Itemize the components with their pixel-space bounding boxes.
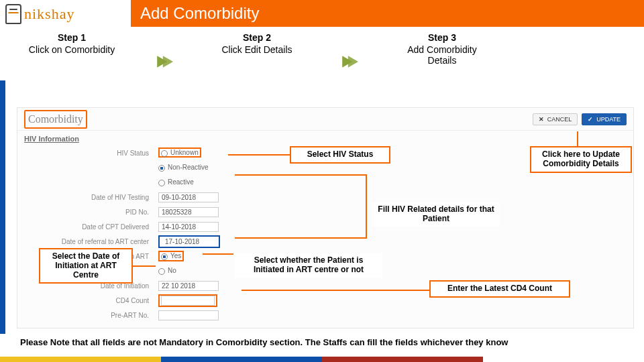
radio-no[interactable] bbox=[158, 268, 165, 275]
callout-date-init: Select the Date of Initiation at ART Cen… bbox=[39, 248, 133, 284]
label-art-ref: Date of referral to ART center bbox=[24, 238, 158, 245]
step-2-desc: Click Edit Details bbox=[207, 44, 307, 55]
label-pid: PID No. bbox=[24, 208, 158, 216]
callout-cd4: Enter the Latest CD4 Count bbox=[429, 280, 570, 298]
connector bbox=[241, 290, 429, 291]
input-cd4[interactable] bbox=[161, 296, 215, 306]
art-ref-highlight bbox=[158, 235, 220, 248]
opt-no: No bbox=[168, 267, 176, 274]
accent-sidebar bbox=[0, 80, 5, 334]
tab-comorbidity[interactable]: Comorbidity bbox=[24, 110, 87, 129]
svg-marker-1 bbox=[163, 56, 173, 67]
row-pid: PID No. bbox=[24, 204, 627, 219]
update-button[interactable]: UPDATE bbox=[582, 113, 627, 125]
header: nikshay Add Comorbidity bbox=[0, 0, 644, 27]
arrow-icon bbox=[341, 53, 358, 70]
app-logo: nikshay bbox=[5, 3, 123, 25]
step-3-title: Step 3 bbox=[392, 32, 492, 43]
connector bbox=[133, 265, 156, 267]
input-date-init[interactable] bbox=[158, 281, 219, 291]
label-date-hiv: Date of HIV Testing bbox=[24, 194, 158, 201]
phone-icon bbox=[5, 4, 21, 24]
connector bbox=[366, 174, 367, 239]
input-pid[interactable] bbox=[158, 207, 219, 217]
cd4-highlight bbox=[158, 294, 217, 307]
callout-hiv-status: Select HIV Status bbox=[290, 146, 390, 164]
title-bar: Add Comorbidity bbox=[131, 0, 644, 27]
opt-reactive: Reactive bbox=[168, 178, 194, 186]
step-3-desc: Add Comorbidity Details bbox=[392, 44, 492, 66]
action-buttons: CANCEL UPDATE bbox=[533, 113, 627, 125]
step-1: Step 1 Click on Comorbidity bbox=[21, 32, 122, 78]
label-hiv-status: HIV Status bbox=[24, 149, 158, 157]
callout-initiated: Select whether the Patient is Initiated … bbox=[235, 253, 382, 278]
step-2: Step 2 Click Edit Details bbox=[207, 32, 307, 78]
screenshot-toolbar: Comorbidity CANCEL UPDATE bbox=[17, 108, 633, 131]
connector bbox=[577, 131, 578, 147]
row-art-ref: Date of referral to ART center bbox=[24, 234, 627, 249]
connector bbox=[235, 237, 366, 239]
hiv-status-highlight: Unknown bbox=[158, 147, 201, 158]
step-3: Step 3 Add Comorbidity Details bbox=[392, 32, 492, 78]
label-preart: Pre-ART No. bbox=[24, 312, 158, 319]
label-cd4: CD4 Count bbox=[24, 297, 158, 304]
step-1-title: Step 1 bbox=[21, 32, 122, 43]
connector bbox=[228, 154, 290, 156]
arrow-icon bbox=[156, 53, 173, 70]
input-date-hiv[interactable] bbox=[158, 192, 219, 202]
input-preart[interactable] bbox=[158, 310, 219, 320]
row-date-hiv-test: Date of HIV Testing bbox=[24, 190, 627, 204]
svg-marker-3 bbox=[348, 56, 358, 67]
step-1-desc: Click on Comorbidity bbox=[21, 44, 122, 55]
row-preart: Pre-ART No. bbox=[24, 308, 627, 322]
radio-unknown[interactable] bbox=[161, 150, 168, 157]
callout-fill-hiv: Fill HIV Related details for that Patien… bbox=[372, 202, 500, 227]
connector bbox=[203, 253, 233, 255]
radio-reactive[interactable] bbox=[158, 180, 165, 186]
page-title: Add Comorbidity bbox=[140, 4, 259, 23]
radio-non-reactive[interactable] bbox=[158, 165, 165, 172]
cancel-button[interactable]: CANCEL bbox=[533, 113, 578, 125]
logo-text: nikshay bbox=[24, 5, 74, 23]
connector bbox=[235, 174, 366, 176]
step-2-title: Step 2 bbox=[207, 32, 307, 43]
section-heading: HIV Information bbox=[17, 131, 633, 144]
opt-yes: Yes bbox=[170, 252, 181, 259]
row-cpt: Date of CPT Delivered bbox=[24, 219, 627, 234]
footer-accent bbox=[0, 357, 644, 362]
footer-note: Please Note that all fields are not Mand… bbox=[20, 337, 624, 347]
label-cpt: Date of CPT Delivered bbox=[24, 223, 158, 231]
callout-update: Click here to Update Comorbidity Details bbox=[530, 146, 632, 173]
radio-yes[interactable] bbox=[161, 253, 168, 260]
input-cpt[interactable] bbox=[158, 222, 219, 232]
input-art-ref[interactable] bbox=[162, 237, 216, 246]
opt-unknown: Unknown bbox=[170, 149, 199, 156]
initiated-highlight: Yes bbox=[158, 251, 184, 261]
hiv-status-options: Unknown bbox=[158, 149, 201, 156]
opt-non-reactive: Non-Reactive bbox=[168, 164, 209, 171]
steps-row: Step 1 Click on Comorbidity Step 2 Click… bbox=[0, 27, 644, 78]
